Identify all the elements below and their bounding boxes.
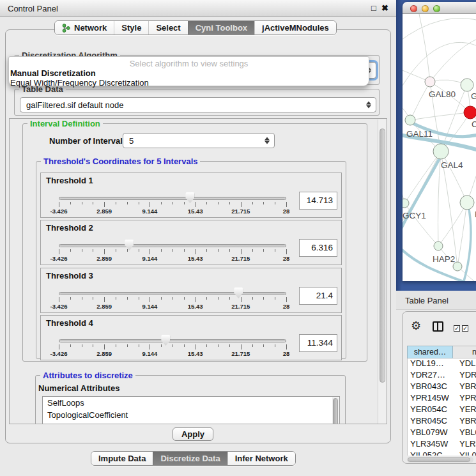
close-panel-icon[interactable]: ✖ xyxy=(381,3,388,13)
dropdown-prompt: Select algorithm to view settings xyxy=(9,59,369,68)
tab-impute-data[interactable]: Impute Data xyxy=(91,452,153,465)
network-canvas[interactable]: GAL80 GA C GAL11 GAL4 GCY1 H HAP2 xyxy=(403,14,476,281)
node-gal4[interactable] xyxy=(433,144,449,159)
table-row[interactable]: YPR145WYPR1 xyxy=(408,393,476,404)
table-header-row: shared… na xyxy=(407,346,476,358)
threshold-3-panel: Threshold 3 -3.4262.8599.14415.4321.7152… xyxy=(40,268,342,313)
label-ga: GA xyxy=(471,91,476,101)
slider-scale-labels: -3.4262.8599.14415.4321.71528 xyxy=(59,208,286,215)
cytoscape-app: Control Panel □ ✖ Network Style Select C… xyxy=(0,0,476,476)
tab-cyni-toolbox[interactable]: Cyni Toolbox xyxy=(188,21,254,35)
table-row[interactable]: YBR045CYBR0 xyxy=(408,416,476,427)
tab-select[interactable]: Select xyxy=(148,21,187,35)
threshold-2-slider-track[interactable] xyxy=(59,244,286,247)
control-panel-title: Control Panel xyxy=(8,4,58,13)
close-window-icon[interactable] xyxy=(410,5,417,12)
table-row[interactable]: YLR345WYLR3 xyxy=(408,439,476,450)
threshold-2-panel: Threshold 2 -3.4262.8599.14415.4321.7152… xyxy=(40,220,342,265)
tab-network[interactable]: Network xyxy=(55,21,114,35)
tab-cyni-toolbox-label: Cyni Toolbox xyxy=(196,23,247,33)
checkbox-icon[interactable]: ✓ xyxy=(454,325,460,332)
node-red-selected[interactable] xyxy=(464,106,476,119)
list-item[interactable]: TopologicalCoefficient xyxy=(43,409,339,421)
node-gcy1[interactable] xyxy=(403,199,409,208)
threshold-1-panel: Threshold 1 -3.4262.8599.14415.4321.7152… xyxy=(40,173,342,218)
settings-vertical-scrollbar[interactable] xyxy=(378,119,386,424)
control-panel-tabs: Network Style Select Cyni Toolbox jActiv… xyxy=(54,20,337,35)
list-item[interactable]: BetweennessCentrality xyxy=(43,421,339,424)
gear-icon[interactable]: ⚙ xyxy=(411,320,421,332)
slider-ticks xyxy=(59,249,286,255)
column-header-shared-name[interactable]: shared… xyxy=(407,346,453,358)
network-window-titlebar[interactable] xyxy=(403,2,476,14)
tab-infer-network-label: Infer Network xyxy=(235,454,288,463)
table-panel: ⚙ ✓ ✓ shared… na YDL19…YDL1 YDR27…YDR2 Y… xyxy=(402,311,476,464)
tab-network-label: Network xyxy=(74,23,107,33)
tab-jactivemnodules[interactable]: jActiveMNodules xyxy=(254,21,336,35)
threshold-4-slider-track[interactable] xyxy=(59,339,286,342)
node-gal11[interactable] xyxy=(405,115,415,125)
dropdown-option-equal-width[interactable]: Equal Width/Frequency Discretization xyxy=(9,78,369,88)
threshold-4-label: Threshold 4 xyxy=(46,318,93,328)
table-row[interactable]: YIL052CYIL0 xyxy=(408,450,476,456)
table-data-combobox[interactable]: galFiltered.sif default node xyxy=(20,97,376,112)
threshold-2-value-field[interactable]: 6.316 xyxy=(299,239,337,257)
number-of-intervals-combobox[interactable]: 5 xyxy=(123,133,275,148)
settings-scroll-area: Interval Definition Number of Intervals … xyxy=(9,118,387,424)
column-header-name[interactable]: na xyxy=(453,346,476,358)
interval-definition-group: Interval Definition Number of Intervals … xyxy=(22,123,367,362)
threshold-3-label: Threshold 3 xyxy=(46,271,93,280)
label-gal4: GAL4 xyxy=(441,160,463,170)
table-row[interactable]: YDR27…YDR2 xyxy=(408,370,476,381)
tab-style[interactable]: Style xyxy=(114,21,148,35)
threshold-1-value-field[interactable]: 14.713 xyxy=(299,192,337,210)
threshold-4-panel: Threshold 4 -3.4262.8599.14415.4321.7152… xyxy=(40,315,342,360)
slider-ticks xyxy=(59,297,286,303)
columns-icon[interactable] xyxy=(433,321,443,332)
scrollbar-thumb[interactable] xyxy=(380,128,385,383)
node-gal80[interactable] xyxy=(425,77,435,87)
slider-scale-labels: -3.4262.8599.14415.4321.71528 xyxy=(59,303,286,311)
tab-select-label: Select xyxy=(156,23,180,33)
threshold-1-slider-track[interactable] xyxy=(59,197,286,200)
table-row[interactable]: YER054CYER0 xyxy=(408,404,476,416)
label-gal80: GAL80 xyxy=(429,89,456,99)
node-ga[interactable] xyxy=(461,79,473,91)
scrollbar-thumb[interactable] xyxy=(408,457,470,462)
list-item[interactable]: SelfLoops xyxy=(43,397,339,409)
table-rows: YDL19…YDL1 YDR27…YDR2 YBR043CYBR0 YPR145… xyxy=(407,358,476,456)
node-h[interactable] xyxy=(460,196,474,210)
checkbox-icon[interactable]: ✓ xyxy=(462,325,468,332)
table-row[interactable]: YBR043CYBR0 xyxy=(408,381,476,393)
threshold-1-label: Threshold 1 xyxy=(46,176,93,185)
table-row[interactable]: YDL19…YDL1 xyxy=(408,358,476,370)
tab-jactivemnodules-label: jActiveMNodules xyxy=(262,23,329,33)
threshold-2-label: Threshold 2 xyxy=(46,223,93,233)
dropdown-option-manual[interactable]: Manual Discretization xyxy=(9,68,369,78)
threshold-3-slider-track[interactable] xyxy=(59,292,286,295)
numerical-attributes-list[interactable]: SelfLoops TopologicalCoefficient Between… xyxy=(42,396,340,424)
table-horizontal-scrollbar[interactable] xyxy=(407,457,473,463)
apply-button[interactable]: Apply xyxy=(173,427,213,441)
list-scrollbar[interactable] xyxy=(332,397,339,424)
combo-stepper-icon xyxy=(365,102,372,109)
threshold-4-value-field[interactable]: 11.344 xyxy=(299,334,337,352)
network-window: GAL80 GA C GAL11 GAL4 GCY1 H HAP2 xyxy=(403,2,476,281)
zoom-window-icon[interactable] xyxy=(433,5,440,12)
slider-ticks xyxy=(59,202,286,208)
attributes-group: Attributes to discretize Numerical Attri… xyxy=(35,375,346,424)
node-attribute-table: shared… na YDL19…YDL1 YDR27…YDR2 YBR043C… xyxy=(407,346,476,456)
table-row[interactable]: YBL079WYBL0 xyxy=(408,427,476,439)
thresholds-group-label: Threshold's Coordinates for 5 Intervals xyxy=(41,157,200,166)
float-window-icon[interactable]: □ xyxy=(371,3,376,13)
tab-infer-network[interactable]: Infer Network xyxy=(227,452,295,465)
minimize-window-icon[interactable] xyxy=(422,5,429,12)
label-gcy1: GCY1 xyxy=(403,211,426,220)
node-hap2[interactable] xyxy=(434,242,443,250)
thresholds-group: Threshold's Coordinates for 5 Intervals … xyxy=(36,161,346,359)
numerical-attributes-label: Numerical Attributes xyxy=(38,383,119,393)
threshold-3-value-field[interactable]: 21.4 xyxy=(299,287,337,305)
slider-scale-labels: -3.4262.8599.14415.4321.71528 xyxy=(59,255,286,263)
tab-discretize-data[interactable]: Discretize Data xyxy=(153,452,227,465)
table-panel-title: Table Panel xyxy=(405,296,449,305)
